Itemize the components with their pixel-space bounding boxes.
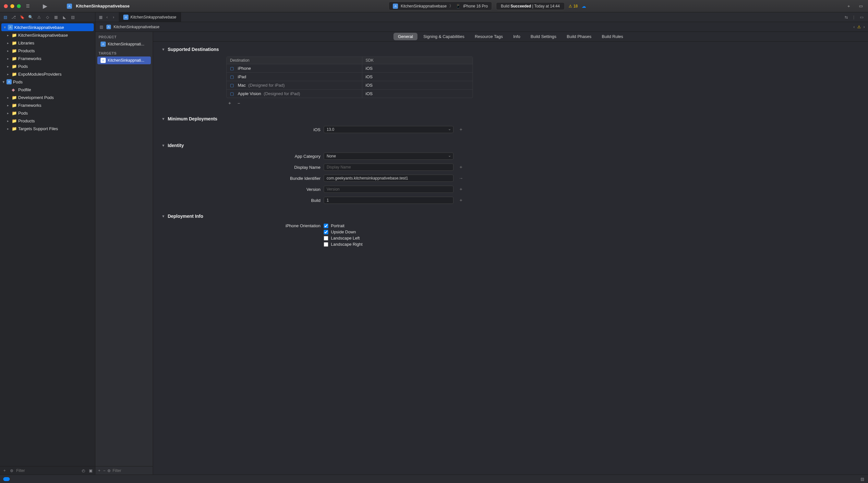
build-add-button[interactable]: ＋: [459, 197, 463, 203]
build-input[interactable]: [324, 197, 454, 204]
run-button[interactable]: ▶: [43, 3, 48, 10]
folder-nav-icon[interactable]: ▤: [3, 15, 8, 20]
inspector-toggle-icon[interactable]: ▭: [859, 15, 864, 20]
nav-item[interactable]: ▸📁Pods: [0, 109, 95, 117]
editor-options-icon[interactable]: ⇆: [844, 15, 849, 20]
settings-tab[interactable]: Resource Tags: [470, 33, 507, 40]
orientation-checkbox[interactable]: [324, 230, 328, 234]
cloud-status-icon[interactable]: ☁: [582, 4, 586, 9]
debug-area-toggle[interactable]: [3, 477, 10, 481]
settings-tab[interactable]: Build Phases: [562, 33, 596, 40]
table-row[interactable]: ▢Mac (Designed for iPad)iOS: [227, 81, 473, 90]
disclosure-icon[interactable]: ▸: [7, 104, 10, 107]
table-row[interactable]: ▢iPadiOS: [227, 73, 473, 81]
minimize-button[interactable]: [10, 4, 14, 8]
library-button[interactable]: ▭: [858, 3, 864, 9]
app-category-select[interactable]: None: [324, 152, 454, 160]
section-disclosure-icon[interactable]: ▼: [161, 117, 165, 121]
add-files-button[interactable]: ＋: [2, 468, 7, 473]
disclosure-icon[interactable]: ▸: [7, 49, 10, 53]
debug-nav-icon[interactable]: ▦: [53, 15, 58, 20]
disclosure-icon[interactable]: ▸: [7, 111, 10, 115]
remove-destination-button[interactable]: −: [236, 100, 242, 107]
nav-item[interactable]: ▼APods: [0, 78, 95, 86]
table-row[interactable]: ▢iPhoneiOS: [227, 64, 473, 73]
settings-tab[interactable]: Info: [508, 33, 525, 40]
disclosure-icon[interactable]: ▸: [7, 57, 10, 60]
crumb-project[interactable]: KitchenSinkappnativebase: [114, 25, 159, 29]
recent-filter-icon[interactable]: ◴: [81, 468, 86, 473]
column-header-destination[interactable]: Destination: [227, 57, 362, 64]
version-add-button[interactable]: ＋: [459, 186, 463, 192]
section-disclosure-icon[interactable]: ▼: [161, 214, 165, 218]
close-button[interactable]: [4, 4, 8, 8]
settings-tab[interactable]: Build Settings: [526, 33, 561, 40]
warning-badge[interactable]: ⚠ 18: [568, 4, 578, 8]
nav-item[interactable]: ▸📁Libraries: [0, 39, 95, 47]
nav-item[interactable]: ▸📁Targets Support Files: [0, 125, 95, 133]
crumb-forward[interactable]: ›: [864, 25, 865, 29]
column-header-sdk[interactable]: SDK: [362, 57, 473, 64]
breakpoint-nav-icon[interactable]: ◣: [62, 15, 67, 20]
related-items-icon[interactable]: ▦: [98, 15, 103, 20]
orientation-checkbox[interactable]: [324, 224, 328, 228]
disclosure-icon[interactable]: ▸: [7, 119, 10, 123]
crumb-back[interactable]: ‹: [854, 25, 855, 29]
add-destination-button[interactable]: ＋: [226, 100, 233, 107]
source-control-nav-icon[interactable]: ⎇: [11, 15, 16, 20]
section-disclosure-icon[interactable]: ▼: [161, 143, 165, 147]
add-deployment-button[interactable]: ＋: [459, 126, 463, 133]
tests-nav-icon[interactable]: ◇: [45, 15, 50, 20]
version-input[interactable]: [324, 186, 454, 193]
disclosure-icon[interactable]: ▸: [7, 73, 10, 76]
disclosure-icon[interactable]: ▸: [7, 33, 10, 37]
section-disclosure-icon[interactable]: ▼: [161, 48, 165, 51]
nav-item[interactable]: ▸📁Products: [0, 117, 95, 125]
nav-item[interactable]: ◆Podfile: [0, 86, 95, 93]
disclosure-icon[interactable]: ▸: [7, 41, 10, 45]
scheme-selector[interactable]: A KitchenSinkappnativebase 〉 📱 iPhone 16…: [389, 2, 492, 10]
disclosure-icon[interactable]: ▸: [7, 65, 10, 68]
add-target-button[interactable]: ＋: [97, 468, 101, 473]
sidebar-toggle-icon[interactable]: ☰: [25, 3, 31, 9]
orientation-checkbox[interactable]: [324, 242, 328, 247]
nav-item[interactable]: ▼AKitchenSinkappnativebase: [1, 23, 94, 31]
bundle-id-input[interactable]: [324, 175, 454, 182]
disclosure-icon[interactable]: ▼: [3, 26, 6, 29]
disclosure-icon[interactable]: ▸: [7, 127, 10, 131]
disclosure-icon[interactable]: ▼: [2, 80, 5, 84]
filter-scope-icon[interactable]: ⊜: [9, 468, 14, 473]
crumb-warning-icon[interactable]: ⚠: [857, 25, 861, 29]
disclosure-icon[interactable]: ▸: [7, 96, 10, 99]
settings-tab[interactable]: Build Rules: [597, 33, 628, 40]
editor-tab[interactable]: A KitchenSinkappnativebase: [119, 12, 181, 22]
nav-item[interactable]: ▸📁KitchenSinkappnativebase: [0, 31, 95, 39]
forward-button[interactable]: ›: [111, 15, 116, 20]
add-button[interactable]: ＋: [845, 3, 852, 9]
back-button[interactable]: ‹: [104, 15, 110, 20]
display-name-add-button[interactable]: ＋: [459, 164, 463, 170]
target-item[interactable]: A KitchenSinkappnati...: [97, 56, 151, 64]
remove-target-button[interactable]: −: [103, 468, 105, 473]
nav-item[interactable]: ▸📁Pods: [0, 62, 95, 70]
scm-filter-icon[interactable]: ▣: [88, 468, 93, 473]
find-nav-icon[interactable]: 🔍: [28, 15, 33, 20]
bookmark-nav-icon[interactable]: 🔖: [20, 15, 25, 20]
settings-tab[interactable]: Signing & Capabilities: [419, 33, 469, 40]
settings-tab[interactable]: General: [394, 33, 417, 40]
nav-item[interactable]: ▸📁Frameworks: [0, 55, 95, 62]
orientation-checkbox[interactable]: [324, 236, 328, 240]
nav-item[interactable]: ▸📁Frameworks: [0, 101, 95, 109]
nav-item[interactable]: ▸📁Products: [0, 47, 95, 55]
hide-targets-button[interactable]: ▥: [99, 24, 104, 30]
build-status[interactable]: Build Succeeded | Today at 14:44: [496, 2, 565, 10]
nav-item[interactable]: ▸📁Development Pods: [0, 93, 95, 101]
console-toggle-icon[interactable]: ▤: [860, 477, 865, 482]
table-row[interactable]: ▢Apple Vision (Designed for iPad)iOS: [227, 90, 473, 98]
project-item[interactable]: A KitchenSinkappnati...: [97, 40, 151, 48]
min-deploy-select[interactable]: 13.0: [324, 126, 454, 133]
report-nav-icon[interactable]: ▤: [70, 15, 75, 20]
display-name-input[interactable]: [324, 164, 454, 171]
filter-icon[interactable]: ⊜: [107, 468, 111, 473]
navigator-filter-input[interactable]: [16, 468, 79, 473]
